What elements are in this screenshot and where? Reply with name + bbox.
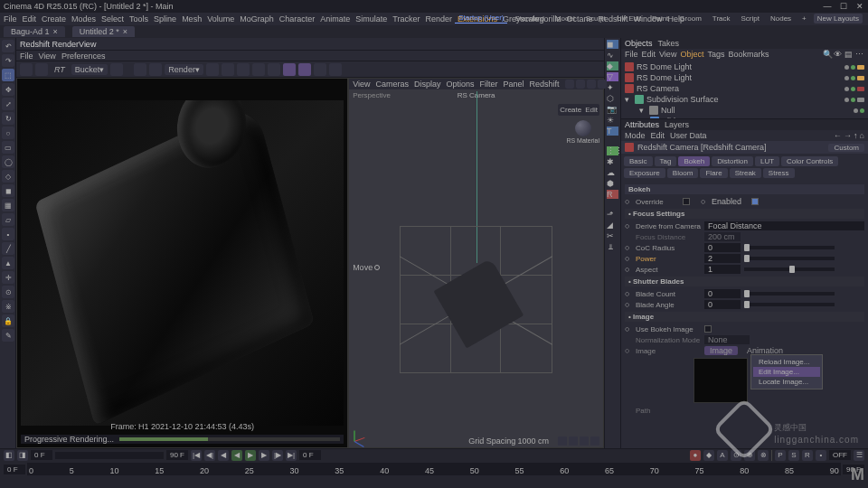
- vp-nav3-icon[interactable]: [587, 80, 596, 89]
- bladecount-field[interactable]: 0: [704, 289, 741, 298]
- mode-tag[interactable]: Tag: [655, 156, 677, 166]
- obj-eye-icon[interactable]: 👁: [834, 50, 843, 59]
- generator-icon[interactable]: ◆: [607, 61, 618, 70]
- vp-nav1-icon[interactable]: [565, 80, 574, 89]
- bladecount-slider[interactable]: [744, 292, 835, 296]
- new-layouts-button[interactable]: New Layouts: [814, 14, 863, 23]
- scene-icon[interactable]: ⬡: [607, 94, 618, 103]
- obj-tags[interactable]: Tags: [707, 50, 724, 59]
- obj-object[interactable]: Object: [680, 50, 703, 59]
- expand-icon[interactable]: ▾: [639, 106, 646, 115]
- render-viewport[interactable]: Frame: H1 2021-12-10 21:44:53 (4.43s) Pr…: [16, 78, 348, 448]
- obj-file[interactable]: File: [625, 50, 638, 59]
- shelf-snapshot-icon[interactable]: [149, 63, 162, 76]
- vp-display[interactable]: Display: [414, 80, 441, 89]
- rs-icon[interactable]: R: [607, 190, 618, 199]
- tree-item-slider[interactable]: ▲Slider: [625, 116, 864, 118]
- move-tool-icon[interactable]: ✥: [2, 83, 14, 96]
- tl-nextframe-icon[interactable]: ▶: [259, 450, 269, 461]
- snap-icon[interactable]: ⊙: [2, 286, 14, 298]
- tab-objects[interactable]: Objects: [625, 39, 653, 48]
- shelf-render-select[interactable]: Render ▾: [165, 64, 203, 75]
- attr-custom-dropdown[interactable]: Custom: [828, 144, 864, 152]
- focus-head[interactable]: • Focus Settings: [625, 209, 864, 219]
- minimize-button[interactable]: —: [823, 2, 832, 11]
- tab-attributes[interactable]: Attributes: [625, 120, 659, 129]
- rv-file[interactable]: File: [20, 52, 33, 61]
- tab-layers[interactable]: Layers: [665, 120, 689, 129]
- expand-icon[interactable]: ▾: [625, 95, 632, 104]
- maximize-button[interactable]: ☐: [839, 2, 848, 11]
- layout-plus[interactable]: +: [798, 14, 810, 23]
- tree-item-domelight2[interactable]: RS Dome Light: [625, 72, 864, 83]
- lasso-select-icon[interactable]: ◯: [2, 155, 14, 168]
- layout-paint[interactable]: Paint: [648, 14, 672, 23]
- cube-prim-icon[interactable]: ◼: [607, 40, 618, 49]
- tl-range-slider[interactable]: [55, 452, 164, 459]
- menu-mesh[interactable]: Mesh: [182, 14, 202, 23]
- useimg-checkbox[interactable]: [704, 325, 712, 333]
- tl-rec-icon[interactable]: ●: [690, 450, 701, 461]
- shelf-ipr-icon[interactable]: [110, 63, 123, 76]
- shutter-head[interactable]: • Shutter Blades: [625, 277, 864, 286]
- deformer-icon[interactable]: ▽: [607, 72, 618, 81]
- layout-standard[interactable]: Standard: [511, 14, 547, 23]
- tl-end-field[interactable]: 90 F: [166, 450, 188, 460]
- layout-track[interactable]: Track: [709, 14, 734, 23]
- menu-animate[interactable]: Animate: [320, 14, 350, 23]
- tree-item-sds[interactable]: ▾Subdivision Surface: [625, 94, 864, 105]
- bladeangle-field[interactable]: 0: [704, 300, 741, 309]
- mode-basic[interactable]: Basic: [624, 156, 653, 166]
- mode-bloom[interactable]: Bloom: [667, 168, 699, 178]
- layout-model[interactable]: Model: [552, 14, 579, 23]
- redo-tool-icon[interactable]: ↷: [2, 54, 14, 67]
- attr-up-icon[interactable]: ↑: [854, 131, 858, 140]
- menu-file[interactable]: File: [4, 14, 17, 23]
- shelf-c-icon[interactable]: [283, 63, 296, 76]
- tl-rangestart-field[interactable]: 0 F: [4, 465, 25, 474]
- texture-mode-icon[interactable]: ▦: [2, 199, 14, 211]
- mode-flare[interactable]: Flare: [700, 168, 727, 178]
- power-field[interactable]: 2: [704, 254, 741, 263]
- extrude-icon[interactable]: ⬏: [607, 210, 618, 219]
- model-mode-icon[interactable]: ◼: [2, 184, 14, 197]
- layout-sculpt[interactable]: Sculpt: [582, 14, 609, 23]
- vp-ic4-icon[interactable]: [590, 436, 599, 446]
- vp-nav2-icon[interactable]: [576, 80, 585, 89]
- tl-pt-icon[interactable]: •: [816, 450, 826, 461]
- menu-tracker[interactable]: Tracker: [392, 14, 420, 23]
- tab-doc1-close-icon[interactable]: ×: [53, 27, 58, 36]
- image-subtab[interactable]: Image: [704, 346, 738, 355]
- ctx-reload[interactable]: Reload Image...: [753, 357, 820, 367]
- tl-key-icon[interactable]: ◆: [703, 450, 714, 461]
- vp-cameras[interactable]: Cameras: [375, 80, 409, 89]
- mode-streak[interactable]: Streak: [730, 168, 761, 178]
- tl-opt2-icon[interactable]: ⊕: [744, 450, 755, 461]
- poly-select-icon[interactable]: ◇: [2, 170, 14, 183]
- shelf-lock-icon[interactable]: [20, 63, 33, 76]
- volume-icon[interactable]: ☁: [607, 168, 618, 177]
- bladeangle-slider[interactable]: [744, 303, 835, 306]
- menu-character[interactable]: Character: [279, 14, 316, 23]
- attr-userdata[interactable]: User Data: [670, 131, 707, 140]
- shelf-mode-select[interactable]: Bucket ▾: [71, 64, 108, 75]
- shelf-rt[interactable]: RT: [51, 65, 69, 74]
- material-thumb-icon[interactable]: [575, 120, 591, 136]
- menu-spline[interactable]: Spline: [154, 14, 176, 23]
- text-icon[interactable]: T: [607, 127, 618, 136]
- shelf-aov-icon[interactable]: [206, 63, 219, 76]
- enabled-checkbox[interactable]: [751, 198, 759, 205]
- knife-icon[interactable]: ✂: [607, 231, 618, 240]
- mat-edit[interactable]: Edit: [585, 106, 598, 114]
- undo-tool-icon[interactable]: ↶: [2, 40, 14, 52]
- coc-field[interactable]: 0: [704, 243, 741, 252]
- spline-prim-icon[interactable]: ∿: [607, 51, 618, 60]
- rv-view[interactable]: View: [39, 52, 56, 61]
- layout-script[interactable]: Script: [738, 14, 763, 23]
- image-head[interactable]: • Image: [625, 312, 864, 322]
- attr-edit[interactable]: Edit: [651, 131, 665, 140]
- layout-nodes[interactable]: Nodes: [767, 14, 795, 23]
- tree-item-null[interactable]: ▾Null: [625, 105, 864, 116]
- norm-dropdown[interactable]: None: [704, 335, 750, 344]
- menu-render[interactable]: Render: [425, 14, 452, 23]
